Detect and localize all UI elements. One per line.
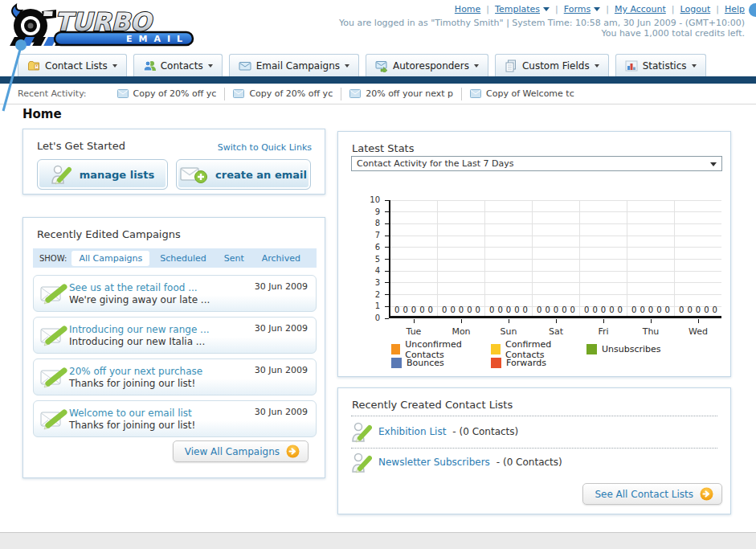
nav-link-templates[interactable]: Templates xyxy=(495,4,550,14)
view-all-campaigns-label: View All Campaigns xyxy=(185,446,280,457)
nav-link-logout[interactable]: Logout xyxy=(680,4,711,14)
filter-archived[interactable]: Archived xyxy=(255,251,308,266)
y-tick-label: 6 xyxy=(348,243,380,252)
activity-item-label: 20% off your next p xyxy=(366,88,453,99)
nav-link-my-account[interactable]: My Account xyxy=(615,4,666,14)
contact-list-link[interactable]: Exhibition List xyxy=(378,426,446,437)
recent-activity-item[interactable]: 20% off your next p xyxy=(341,88,461,100)
filter-sent[interactable]: Sent xyxy=(217,251,251,266)
logo-title: TURBO xyxy=(55,7,153,36)
value-label: 0 xyxy=(514,305,519,314)
chart-groups: 00000Tue00000Mon00000Sun00000Sat00000Fri… xyxy=(390,200,721,316)
view-all-campaigns-button[interactable]: View All Campaigns xyxy=(173,440,309,462)
value-label: 0 xyxy=(631,305,636,314)
value-label: 0 xyxy=(562,305,566,314)
value-labels-row: 00000 xyxy=(582,305,624,314)
chart-y-axis: 012345678910 xyxy=(338,200,389,318)
campaign-row[interactable]: See us at the retail food ... We're givi… xyxy=(33,275,317,312)
tab-label: Contact Lists xyxy=(45,60,108,72)
tab-contact-lists[interactable]: Contact Lists xyxy=(18,54,127,76)
y-tick-label: 4 xyxy=(348,266,380,275)
campaign-title-link[interactable]: Introducing our new range ... xyxy=(69,324,210,335)
campaign-filter-bar: SHOW: All Campaigns Scheduled Sent Archi… xyxy=(33,248,317,268)
value-label: 0 xyxy=(489,305,494,314)
contact-list-link[interactable]: Newsletter Subscribers xyxy=(378,457,490,468)
nav-link-home[interactable]: Home xyxy=(455,4,480,14)
chart-group-thu: 00000Thu xyxy=(627,200,675,316)
recent-activity-item[interactable]: Copy of 20% off yc xyxy=(224,88,341,100)
campaign-title-link[interactable]: Welcome to our email list xyxy=(69,408,195,419)
filter-label: SHOW: xyxy=(39,254,67,263)
value-label: 0 xyxy=(394,305,399,314)
value-label: 0 xyxy=(537,305,541,314)
filter-all-campaigns[interactable]: All Campaigns xyxy=(72,251,149,266)
campaign-row[interactable]: 20% off your next purchase Thanks for jo… xyxy=(33,358,317,395)
campaign-row[interactable]: Welcome to our email list Thanks for joi… xyxy=(33,400,317,437)
tab-custom-fields[interactable]: Custom Fields xyxy=(495,54,609,76)
contact-list-row[interactable]: Exhibition List - (0 Contacts) xyxy=(351,420,518,443)
dotted-divider xyxy=(351,416,717,416)
see-all-contact-lists-button[interactable]: See All Contact Lists xyxy=(582,483,722,505)
recent-activity-item[interactable]: Copy of Welcome tc xyxy=(461,88,582,100)
contact-list-edit-icon xyxy=(351,451,372,473)
campaign-title-link[interactable]: 20% off your next purchase xyxy=(69,366,202,377)
separator: | xyxy=(555,4,558,14)
value-label: 0 xyxy=(648,305,653,314)
tab-email-campaigns[interactable]: Email Campaigns xyxy=(229,54,359,76)
value-label: 0 xyxy=(584,305,589,314)
chart-legend: Unconfirmed Contacts Confirmed Contacts … xyxy=(391,342,661,370)
value-label: 0 xyxy=(523,305,528,314)
value-label: 0 xyxy=(601,305,606,314)
value-label: 0 xyxy=(450,305,455,314)
dotted-divider xyxy=(351,448,717,449)
get-started-panel: Let's Get Started Switch to Quick Links … xyxy=(22,129,325,195)
contact-list-row[interactable]: Newsletter Subscribers - (0 Contacts) xyxy=(351,451,562,473)
separator: | xyxy=(716,4,719,14)
y-tick-label: 0 xyxy=(348,313,380,322)
chart-group-fri: 00000Fri xyxy=(580,200,627,316)
contact-list-edit-icon xyxy=(351,420,372,443)
campaign-date: 30 Jun 2009 xyxy=(255,365,308,375)
contact-activity-chart: 012345678910 00000Tue00000Mon00000Sun000… xyxy=(338,182,732,342)
stats-report-select[interactable]: Contact Activity for the Last 7 Days xyxy=(351,156,722,171)
decorative-pin xyxy=(0,35,34,113)
campaign-date: 30 Jun 2009 xyxy=(255,323,308,334)
nav-link-forms[interactable]: Forms xyxy=(564,4,600,14)
latest-stats-title: Latest Stats xyxy=(352,142,415,154)
tab-autoresponders[interactable]: Autoresponders xyxy=(366,54,488,76)
campaign-title-link[interactable]: See us at the retail food ... xyxy=(69,282,210,293)
main-nav-tabs: Contact Lists Contacts Email Campaigns A… xyxy=(0,54,756,76)
create-email-icon xyxy=(180,165,207,184)
campaign-subtitle: We're giving away our late ... xyxy=(69,294,210,305)
contact-lists-panel: Recently Created Contact Lists Exhibitio… xyxy=(337,387,731,514)
campaign-edit-icon xyxy=(40,324,69,346)
y-tick-label: 5 xyxy=(348,255,380,264)
value-label: 0 xyxy=(476,305,480,314)
create-email-button[interactable]: create an email xyxy=(176,159,311,190)
nav-link-help[interactable]: Help xyxy=(725,4,745,14)
value-label: 0 xyxy=(497,305,502,314)
legend-item-bounces: Bounces xyxy=(391,356,491,370)
value-label: 0 xyxy=(592,305,597,314)
recent-activity-item[interactable]: Copy of 20% off yc xyxy=(109,88,225,100)
chart-group-sun: 00000Sun xyxy=(485,200,533,316)
recent-activity-bar: Recent Activity: Copy of 20% off yc Copy… xyxy=(0,84,756,104)
filter-scheduled[interactable]: Scheduled xyxy=(153,251,214,266)
separator: | xyxy=(486,4,489,14)
value-label: 0 xyxy=(713,305,717,314)
y-tick-label: 2 xyxy=(348,290,380,299)
value-label: 0 xyxy=(618,305,623,314)
tab-statistics[interactable]: Statistics xyxy=(615,54,706,76)
switch-to-quick-links[interactable]: Switch to Quick Links xyxy=(218,142,312,153)
value-label: 0 xyxy=(419,305,424,314)
nav-link-label: Help xyxy=(725,4,745,14)
manage-lists-button[interactable]: manage lists xyxy=(37,159,168,190)
x-tick-mark xyxy=(509,319,509,323)
campaign-subtitle: Thanks for joining our list! xyxy=(69,420,195,431)
tab-contacts[interactable]: Contacts xyxy=(133,54,223,76)
activity-item-label: Copy of 20% off yc xyxy=(133,88,217,99)
recent-campaigns-panel: Recently Edited Campaigns SHOW: All Camp… xyxy=(22,217,325,478)
see-all-contact-lists-label: See All Contact Lists xyxy=(595,489,693,500)
legend-swatch-icon xyxy=(491,344,501,354)
campaign-row[interactable]: Introducing our new range ... Introducin… xyxy=(33,317,317,354)
